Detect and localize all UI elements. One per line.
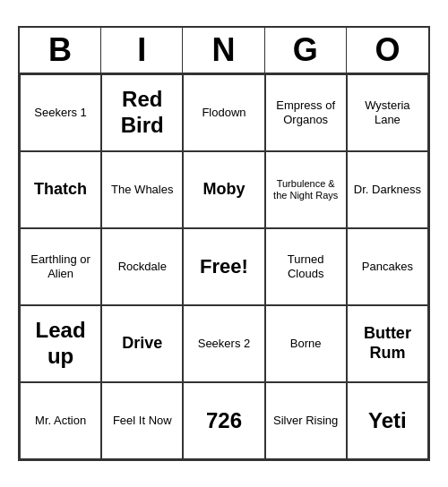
bingo-cell: Drive xyxy=(101,305,183,382)
header-letter: B xyxy=(20,28,101,73)
bingo-cell: Yeti xyxy=(347,382,428,459)
bingo-card: BINGO Seekers 1Red BirdFlodownEmpress of… xyxy=(18,26,430,461)
bingo-cell: Seekers 1 xyxy=(20,74,101,151)
bingo-header: BINGO xyxy=(20,28,428,74)
bingo-cell: Butter Rum xyxy=(347,305,428,382)
bingo-cell: The Whales xyxy=(101,151,183,228)
bingo-cell: Flodown xyxy=(183,74,264,151)
bingo-cell: Wysteria Lane xyxy=(347,74,428,151)
bingo-grid: Seekers 1Red BirdFlodownEmpress of Organ… xyxy=(20,74,428,459)
bingo-cell: Free! xyxy=(183,228,264,305)
bingo-cell: Borne xyxy=(265,305,347,382)
bingo-cell: Feel It Now xyxy=(101,382,183,459)
bingo-cell: Earthling or Alien xyxy=(20,228,101,305)
bingo-cell: 726 xyxy=(183,382,264,459)
bingo-cell: Turbulence & the Night Rays xyxy=(265,151,347,228)
bingo-cell: Turned Clouds xyxy=(265,228,347,305)
bingo-cell: Lead up xyxy=(20,305,101,382)
header-letter: G xyxy=(265,28,347,73)
bingo-cell: Empress of Organos xyxy=(265,74,347,151)
bingo-cell: Red Bird xyxy=(101,74,183,151)
bingo-cell: Silver Rising xyxy=(265,382,347,459)
bingo-cell: Pancakes xyxy=(347,228,428,305)
bingo-cell: Moby xyxy=(183,151,264,228)
bingo-cell: Mr. Action xyxy=(20,382,101,459)
header-letter: N xyxy=(183,28,264,73)
header-letter: O xyxy=(347,28,428,73)
bingo-cell: Thatch xyxy=(20,151,101,228)
bingo-cell: Dr. Darkness xyxy=(347,151,428,228)
bingo-cell: Seekers 2 xyxy=(183,305,264,382)
bingo-cell: Rockdale xyxy=(101,228,183,305)
header-letter: I xyxy=(101,28,183,73)
